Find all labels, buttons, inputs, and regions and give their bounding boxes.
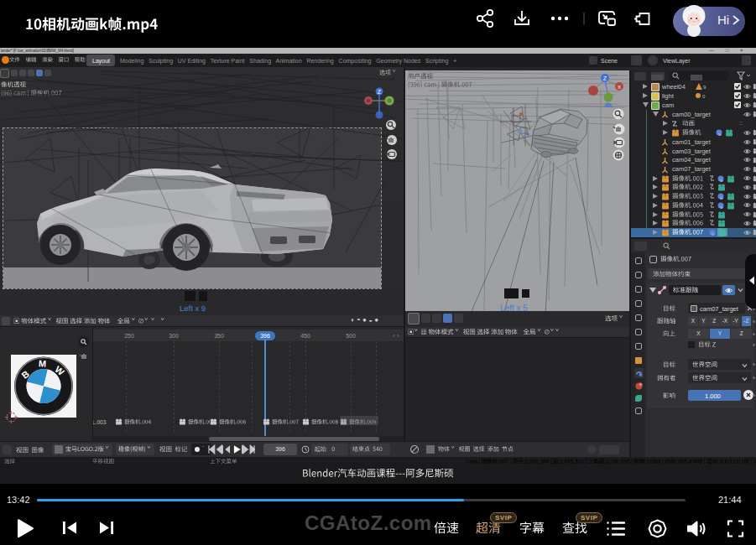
svg-text:Z: Z [603, 75, 607, 81]
svg-text:M: M [39, 358, 47, 368]
svg-text:Z: Z [378, 89, 382, 95]
svg-text:X: X [618, 85, 621, 90]
